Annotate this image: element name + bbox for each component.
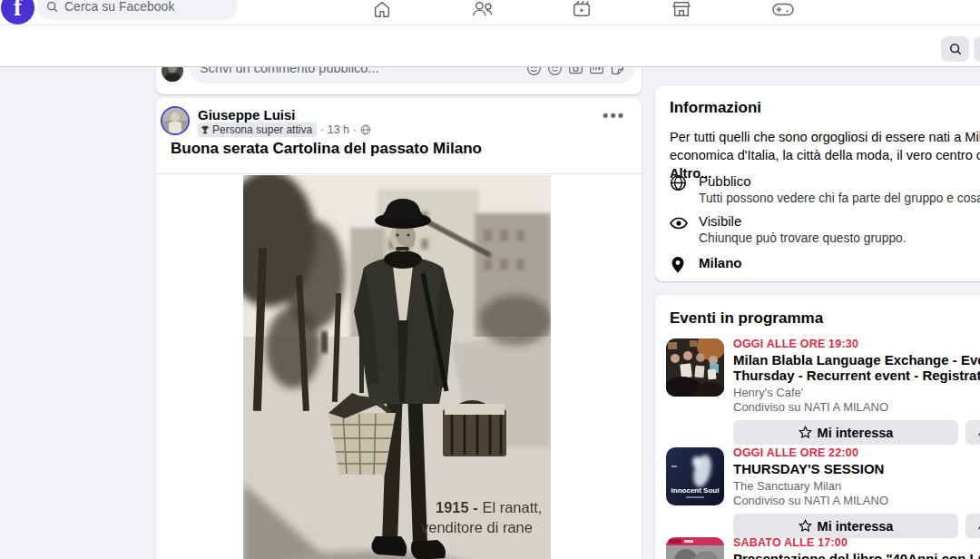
nav-gaming-icon[interactable] [771, 0, 795, 21]
event-title[interactable]: Milan Blabla Language Exchange - Every T… [733, 352, 980, 383]
about-item-subtitle: Chiunque può trovare questo gruppo. [699, 231, 906, 245]
event-shared-in: Condiviso su NATI A MILANO [733, 400, 980, 414]
svg-text:1915 - El ranatt,: 1915 - El ranatt, [436, 499, 542, 515]
post-author-name[interactable]: Giuseppe Luisi [198, 107, 296, 123]
divider [156, 173, 642, 174]
group-search-button[interactable] [941, 36, 969, 62]
about-item-title: Milano [699, 255, 742, 270]
group-action-button-partial[interactable] [974, 36, 980, 62]
event-venue: Henry's Cafe' [733, 386, 980, 399]
nav-watch-icon[interactable] [571, 0, 594, 21]
post-timestamp[interactable]: · 13 h · [320, 123, 357, 136]
top-contributor-badge: Persona super attiva [198, 123, 317, 137]
about-item-visible: Visibile Chiunque può trovare questo gru… [670, 213, 980, 245]
trophy-icon [201, 125, 210, 134]
event-thumbnail[interactable]: Innocent Soul [666, 447, 724, 505]
post-text: Buona serata Cartolina del passato Milan… [171, 140, 482, 158]
top-navigation-bar: f Cerca su Facebook [0, 0, 980, 25]
about-item-subtitle: Tutti possono vedere chi fa parte del gr… [699, 191, 980, 205]
event-title[interactable]: THURSDAY'S SESSION [733, 461, 980, 476]
event-shared-in: Condiviso su NATI A MILANO [733, 494, 980, 507]
star-icon [799, 519, 812, 533]
event-time: OGGI ALLE ORE 19:30 [733, 338, 980, 350]
event-thumbnail[interactable] [666, 338, 724, 397]
about-title: Informazioni [670, 99, 980, 117]
interested-button[interactable]: Mi interessa [733, 514, 958, 538]
post-meta: Persona super attiva · 13 h · [198, 123, 371, 137]
about-item-title: Visibile [699, 213, 906, 229]
event-thumb-text: Innocent Soul [671, 486, 720, 495]
post-author-avatar[interactable] [161, 106, 190, 135]
interested-button[interactable]: Mi interessa [733, 420, 958, 445]
nav-friends-icon[interactable] [471, 0, 495, 21]
location-pin-icon [670, 256, 688, 274]
events-title: Eventi in programma [670, 309, 980, 328]
event-time: OGGI ALLE ORE 22:00 [733, 446, 980, 459]
event-venue: The Sanctuary Milan [733, 479, 980, 493]
search-icon [949, 43, 962, 55]
upcoming-events-card: Eventi in programma O [655, 295, 980, 559]
about-item-title: Pubblico [699, 173, 980, 189]
group-header-bar [0, 25, 980, 67]
star-icon [799, 426, 812, 439]
svg-text:venditore di rane: venditore di rane [421, 519, 533, 535]
share-button[interactable] [965, 514, 980, 538]
about-item-public: Pubblico Tutti possono vedere chi fa par… [670, 173, 980, 205]
event-title[interactable]: Presentazione del libro "40Anni con Luca… [733, 551, 980, 559]
nav-home-icon[interactable] [371, 0, 395, 21]
post-options-button[interactable]: ••• [603, 111, 625, 120]
about-item-location: Milano [670, 255, 980, 274]
event-thumbnail[interactable] [666, 537, 724, 559]
event-time: SABATO ALLE 17:00 [733, 536, 980, 549]
nav-marketplace-icon[interactable] [671, 0, 694, 21]
group-about-card: Informazioni Per tutti quelli che sono o… [655, 86, 980, 281]
eye-icon [670, 214, 688, 232]
avatar-image [162, 108, 188, 133]
photo-caption-year: 1915 - [436, 499, 482, 515]
post-card: Giuseppe Luisi Persona super attiva · 13… [156, 98, 642, 559]
post-photo[interactable]: 1915 - El ranatt, venditore di rane [243, 175, 551, 559]
globe-privacy-icon [360, 124, 371, 135]
globe-icon [670, 174, 688, 192]
facebook-group-page: Giuseppe Luisi Persona super attiva · 13… [0, 0, 980, 559]
share-button[interactable] [965, 420, 980, 445]
